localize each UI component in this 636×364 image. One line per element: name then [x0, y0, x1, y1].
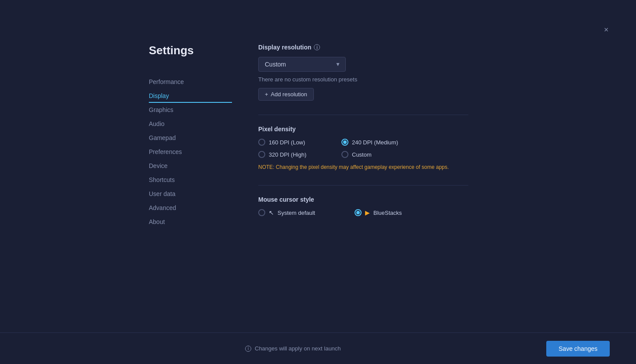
display-resolution-title: Display resolution i — [258, 44, 468, 51]
pixel-density-section: Pixel density 160 DPI (Low) 240 DPI (Med… — [258, 126, 468, 171]
resolution-dropdown[interactable]: Custom — [258, 57, 346, 72]
display-resolution-info-icon[interactable]: i — [314, 44, 320, 50]
sidebar-item-audio[interactable]: Audio — [149, 117, 232, 131]
divider-1 — [258, 115, 468, 115]
pixel-density-title: Pixel density — [258, 126, 468, 133]
pixel-density-radio-group: 160 DPI (Low) 240 DPI (Medium) 320 DPI (… — [258, 139, 468, 158]
pixel-density-160-radio[interactable] — [258, 139, 265, 146]
sidebar-item-performance[interactable]: Performance — [149, 75, 232, 89]
plus-icon: + — [265, 91, 268, 98]
cursor-system-label: System default — [278, 210, 315, 216]
display-resolution-section: Display resolution i Custom ▼ There are … — [258, 44, 468, 101]
sidebar-item-device[interactable]: Device — [149, 159, 232, 173]
pixel-density-320-label: 320 DPI (High) — [269, 151, 306, 158]
pixel-density-160-option[interactable]: 160 DPI (Low) — [258, 139, 341, 146]
mouse-cursor-section: Mouse cursor style ↖ System default ▶ Bl… — [258, 196, 468, 216]
add-resolution-label: Add resolution — [271, 91, 307, 98]
footer-note-text: Changes will apply on next launch — [255, 345, 341, 352]
divider-2 — [258, 185, 468, 186]
pixel-density-320-option[interactable]: 320 DPI (High) — [258, 151, 341, 158]
pixel-density-note: NOTE: Changing the pixel density may aff… — [258, 163, 468, 171]
sidebar-item-graphics[interactable]: Graphics — [149, 103, 232, 117]
pixel-density-240-option[interactable]: 240 DPI (Medium) — [341, 139, 425, 146]
cursor-bluestacks-option[interactable]: ▶ BlueStacks — [355, 209, 451, 216]
sidebar-item-shortcuts[interactable]: Shortcuts — [149, 173, 232, 187]
pixel-density-240-radio[interactable] — [341, 139, 348, 146]
footer: i Changes will apply on next launch Save… — [0, 332, 636, 364]
pixel-density-160-label: 160 DPI (Low) — [269, 139, 305, 146]
sidebar-item-display[interactable]: Display — [149, 89, 232, 103]
close-icon: × — [604, 25, 609, 35]
page-title: Settings — [149, 44, 232, 57]
pixel-density-320-radio[interactable] — [258, 151, 265, 158]
pixel-density-240-label: 240 DPI (Medium) — [352, 139, 398, 146]
close-button[interactable]: × — [601, 24, 611, 35]
cursor-system-option[interactable]: ↖ System default — [258, 209, 355, 216]
sidebar: Settings Performance Display Graphics Au… — [149, 44, 232, 364]
sidebar-item-about[interactable]: About — [149, 215, 232, 229]
sidebar-item-user-data[interactable]: User data — [149, 187, 232, 201]
cursor-bluestacks-radio[interactable] — [355, 209, 362, 216]
pixel-density-custom-radio[interactable] — [341, 151, 348, 158]
sidebar-item-preferences[interactable]: Preferences — [149, 145, 232, 159]
sidebar-item-gamepad[interactable]: Gamepad — [149, 131, 232, 145]
cursor-bluestacks-label: BlueStacks — [373, 210, 402, 216]
bluestacks-cursor-icon: ▶ — [365, 209, 370, 216]
main-content: Display resolution i Custom ▼ There are … — [232, 44, 495, 364]
settings-container: Settings Performance Display Graphics Au… — [0, 0, 636, 364]
add-resolution-button[interactable]: + Add resolution — [258, 88, 314, 101]
sidebar-item-advanced[interactable]: Advanced — [149, 201, 232, 215]
footer-info-icon: i — [245, 346, 251, 352]
cursor-system-radio[interactable] — [258, 209, 265, 216]
system-cursor-icon: ↖ — [269, 209, 274, 216]
footer-note: i Changes will apply on next launch — [245, 345, 341, 352]
mouse-cursor-title: Mouse cursor style — [258, 196, 468, 203]
pixel-density-custom-option[interactable]: Custom — [341, 151, 425, 158]
pixel-density-custom-label: Custom — [352, 151, 372, 158]
resolution-dropdown-wrapper: Custom ▼ — [258, 57, 346, 72]
no-presets-text: There are no custom resolution presets — [258, 76, 468, 83]
save-changes-button[interactable]: Save changes — [546, 341, 610, 357]
mouse-cursor-radio-group: ↖ System default ▶ BlueStacks — [258, 209, 468, 216]
sidebar-nav: Performance Display Graphics Audio Gamep… — [149, 75, 232, 229]
